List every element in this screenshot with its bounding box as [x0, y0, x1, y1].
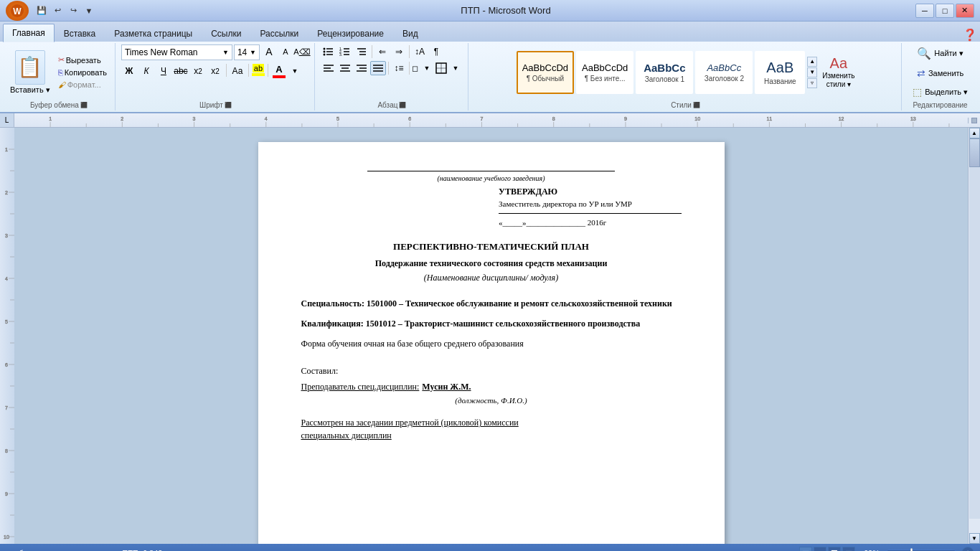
zoom-slider-thumb[interactable] — [910, 548, 913, 551]
line-spacing-button[interactable]: ↕≡ — [391, 61, 407, 75]
document-area[interactable]: (наименование учебного заведения) УТВЕРЖ… — [14, 128, 968, 544]
scroll-thumb[interactable] — [969, 138, 980, 167]
change-case-button[interactable]: Аа — [230, 64, 245, 78]
multilevel-button[interactable] — [354, 44, 369, 59]
font-color-dropdown[interactable]: ▼ — [287, 64, 303, 78]
underline-button[interactable]: Ч — [156, 64, 171, 78]
font-name-dropdown[interactable]: ▼ — [222, 49, 229, 56]
scroll-track[interactable] — [969, 138, 980, 519]
sort-button[interactable]: ↕А — [412, 44, 428, 59]
tab-home[interactable]: Главная — [3, 24, 55, 42]
ruler-zoom-btn[interactable] — [971, 118, 977, 123]
view-web-btn[interactable]: ☰ — [828, 547, 841, 551]
italic-button[interactable]: К — [138, 64, 154, 78]
view-print-btn[interactable]: ▣ — [799, 547, 812, 551]
select-button[interactable]: ⬚ Выделить ▾ — [908, 84, 973, 100]
svg-text:1: 1 — [49, 116, 52, 121]
tab-mailings[interactable]: Рассылки — [250, 24, 308, 42]
scroll-up-button[interactable]: ▲ — [969, 128, 980, 138]
scroll-down-button[interactable]: ▼ — [969, 533, 980, 544]
maximize-button[interactable]: □ — [936, 4, 954, 18]
view-full-btn[interactable]: □ — [814, 547, 826, 551]
svg-text:5: 5 — [5, 319, 8, 324]
font-name-selector[interactable]: Times New Roman ▼ — [121, 44, 232, 60]
style-heading1[interactable]: AaBbCc Заголовок 1 — [636, 51, 693, 94]
font-size-selector[interactable]: 14 ▼ — [234, 44, 260, 60]
view-outline-btn[interactable]: ▤ — [842, 547, 855, 551]
subscript-button[interactable]: х2 — [190, 64, 206, 78]
increase-font-button[interactable]: A — [261, 44, 277, 59]
styles-scroll-down[interactable]: ▼ — [807, 67, 817, 77]
styles-group: AaBbCcDd ¶ Обычный AaBbCcDd ¶ Без инте..… — [470, 43, 902, 110]
decrease-indent-button[interactable]: ⇐ — [374, 44, 390, 59]
ruler-body: 1 2 3 4 5 6 7 8 9 10 11 — [14, 113, 968, 127]
paragraph-label-text: Абзац — [377, 101, 397, 109]
font-size-dropdown[interactable]: ▼ — [250, 49, 256, 56]
redo-quick-btn[interactable]: ↪ — [66, 4, 80, 18]
change-styles-button[interactable]: Аа Изменитьстили ▾ — [822, 55, 854, 89]
vertical-scrollbar[interactable]: ▲ ▼ — [968, 128, 980, 544]
shading-dropdown[interactable]: ▼ — [419, 61, 435, 75]
format-painter-button[interactable]: 🖌 Формат... — [55, 79, 110, 90]
ruler-corner[interactable]: L — [0, 113, 14, 128]
align-center-button[interactable] — [337, 61, 353, 75]
tab-insert[interactable]: Вставка — [55, 24, 105, 42]
shading-button[interactable]: ◻ — [412, 64, 418, 73]
show-hide-button[interactable]: ¶ — [428, 44, 444, 59]
styles-expand-icon[interactable]: ⬛ — [693, 102, 700, 108]
style-heading2[interactable]: AaBbCc Заголовок 2 — [695, 51, 753, 94]
zoom-in-button[interactable]: + — [961, 547, 974, 551]
ribbon: Главная Вставка Разметка страницы Ссылки… — [0, 22, 980, 113]
font-color-indicator — [273, 75, 286, 78]
styles-scroll-expand[interactable]: ▿ — [807, 78, 817, 88]
tab-page-layout[interactable]: Разметка страницы — [105, 24, 202, 42]
paste-button[interactable]: 📋 — [15, 50, 45, 85]
bullets-button[interactable] — [321, 44, 336, 59]
svg-text:8: 8 — [552, 116, 555, 121]
font-expand-icon[interactable]: ⬛ — [225, 102, 232, 108]
find-button[interactable]: 🔍 Найти ▾ — [912, 44, 968, 62]
editing-label-text: Редактирование — [913, 101, 968, 109]
reviewed-line: Рассмотрен на заседании предметной (цикл… — [301, 416, 682, 429]
office-button[interactable]: W — [6, 1, 29, 21]
tab-review[interactable]: Рецензирование — [308, 24, 393, 42]
highlight-color-button[interactable]: ab — [252, 64, 265, 78]
replace-button[interactable]: ⇄ Заменить — [912, 65, 969, 81]
increase-indent-button[interactable]: ⇒ — [391, 44, 407, 59]
justify-button[interactable] — [370, 61, 386, 75]
decrease-font-button[interactable]: A — [278, 44, 293, 59]
utv-subtitle: Заместитель директора по УР или УМР — [499, 198, 681, 210]
paragraph-expand-icon[interactable]: ⬛ — [399, 102, 406, 108]
tab-view[interactable]: Вид — [393, 24, 428, 42]
numbering-button[interactable]: 1.2.3. — [337, 44, 353, 59]
save-quick-btn[interactable]: 💾 — [34, 4, 49, 18]
clipboard-group-label: Буфер обмена ⬛ — [30, 101, 88, 109]
styles-scroll-up[interactable]: ▲ — [807, 57, 817, 67]
style-normal[interactable]: AaBbCcDd ¶ Обычный — [517, 51, 574, 94]
borders-dropdown[interactable]: ▼ — [448, 61, 463, 75]
style-no-spacing[interactable]: AaBbCcDd ¶ Без инте... — [576, 51, 633, 94]
cut-button[interactable]: ✂ Вырезать — [55, 54, 110, 66]
help-button[interactable]: ❓ — [963, 28, 977, 42]
copy-button[interactable]: ⎘ Копировать — [55, 67, 110, 78]
sep2 — [409, 45, 410, 58]
align-right-button[interactable] — [354, 61, 369, 75]
clipboard-expand-icon[interactable]: ⬛ — [80, 102, 88, 108]
minimize-button[interactable]: ─ — [915, 4, 934, 18]
quick-access-more[interactable]: ▼ — [82, 4, 96, 18]
style-title[interactable]: АаВ Название — [755, 51, 805, 94]
bold-button[interactable]: Ж — [121, 64, 137, 78]
paste-label[interactable]: Вставить ▾ — [10, 85, 50, 95]
undo-quick-btn[interactable]: ↩ — [50, 4, 65, 18]
align-left-button[interactable] — [321, 61, 336, 75]
strikethrough-button[interactable]: аbc — [173, 64, 189, 78]
font-color-button[interactable]: А — [273, 64, 286, 78]
document-page[interactable]: (наименование учебного заведения) УТВЕРЖ… — [258, 142, 725, 544]
clear-format-button[interactable]: A⌫ — [294, 44, 310, 59]
paragraph-group: 1.2.3. ⇐ ⇒ ↕А ¶ — [316, 43, 468, 110]
tab-references[interactable]: Ссылки — [202, 24, 250, 42]
borders-button[interactable] — [435, 62, 447, 74]
close-button[interactable]: ✕ — [956, 4, 974, 18]
superscript-button[interactable]: х2 — [207, 64, 223, 78]
title-bar-left: W 💾 ↩ ↪ ▼ — [6, 1, 96, 21]
